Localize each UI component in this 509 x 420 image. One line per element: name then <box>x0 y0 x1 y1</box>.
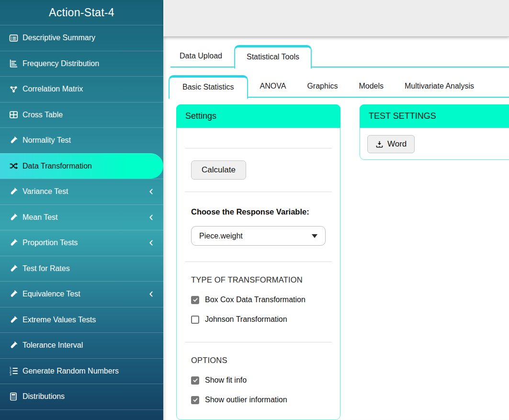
chevron-left-icon <box>148 214 155 221</box>
vial-icon <box>9 289 18 299</box>
sidebar-item-label: Test for Rates <box>23 264 155 273</box>
sidebar-item-extreme-values-tests[interactable]: Extreme Values Tests <box>0 307 163 333</box>
show-fit-info-checkbox-row[interactable]: Show fit info <box>191 376 332 385</box>
chevron-left-icon <box>148 291 155 297</box>
vial-icon <box>9 238 18 248</box>
test-settings-panel-body: Word <box>360 128 509 159</box>
network-icon <box>9 84 18 94</box>
sidebar-item-cross-table[interactable]: Cross Table <box>0 102 163 128</box>
checkbox-checked-icon[interactable] <box>191 296 199 304</box>
main-area: Data Upload Statistical Tools Basic Stat… <box>163 0 509 420</box>
sidebar-item-label: Descriptive Summary <box>23 34 155 42</box>
sidebar-item-label: Distributions <box>23 392 155 401</box>
vial-icon <box>9 187 18 196</box>
table-icon <box>9 110 18 120</box>
sidebar-item-label: Cross Table <box>23 111 155 119</box>
vial-icon <box>9 264 18 273</box>
tab-anova[interactable]: ANOVA <box>251 76 295 97</box>
divider <box>185 261 332 262</box>
response-variable-label: Choose the Response Variable: <box>191 207 332 216</box>
tab-basic-statistics[interactable]: Basic Statistics <box>169 75 248 99</box>
checkbox-checked-icon[interactable] <box>191 396 199 404</box>
panels-row: Settings Calculate Choose the Response V… <box>176 104 509 420</box>
settings-panel: Settings Calculate Choose the Response V… <box>176 104 340 420</box>
options-section-heading: OPTIONS <box>191 356 332 365</box>
sidebar-item-mean-test[interactable]: Mean Test <box>0 204 163 230</box>
sidebar-item-label: Proportion Tests <box>23 238 144 247</box>
sidebar-item-label: Normality Test <box>23 136 155 145</box>
tab-models[interactable]: Models <box>350 76 393 97</box>
checkbox-label: Johnson Transformation <box>205 315 287 324</box>
top-header-bar <box>163 0 509 37</box>
sidebar-item-label: Equivalence Test <box>23 290 144 298</box>
sidebar-item-distributions[interactable]: Distributions <box>0 384 163 409</box>
sidebar-item-variance-test[interactable]: Variance Test <box>0 179 163 204</box>
settings-panel-body: Calculate Choose the Response Variable: … <box>177 128 340 420</box>
checkbox-label: Box Cox Data Transformation <box>205 295 305 304</box>
sidebar-item-label: Data Transformation <box>23 162 155 170</box>
word-export-button[interactable]: Word <box>367 135 415 153</box>
test-settings-panel: TEST SETTINGS Word <box>360 104 509 160</box>
test-settings-panel-title: TEST SETTINGS <box>360 104 509 128</box>
sidebar-item-tolerance-interval[interactable]: Tolerance Interval <box>0 332 163 358</box>
content-area: Data Upload Statistical Tools Basic Stat… <box>163 37 509 420</box>
response-variable-select[interactable]: Piece.weight <box>191 226 326 246</box>
boxcox-checkbox-row[interactable]: Box Cox Data Transformation <box>191 295 332 304</box>
tab-graphics[interactable]: Graphics <box>298 76 347 97</box>
divider <box>185 148 332 148</box>
svg-text:3: 3 <box>9 373 11 375</box>
calculate-button[interactable]: Calculate <box>191 160 246 180</box>
sidebar-divider <box>0 409 163 420</box>
vial-icon <box>9 341 18 350</box>
sidebar-item-equivalence-test[interactable]: Equivalence Test <box>0 281 163 307</box>
chevron-left-icon <box>148 239 155 246</box>
list-ol-icon: 123 <box>9 366 18 376</box>
checkbox-checked-icon[interactable] <box>191 376 199 385</box>
transformation-section-heading: TYPE OF TRANSFORMATION <box>191 275 332 284</box>
sidebar-item-normality-test[interactable]: Normality Test <box>0 127 163 153</box>
list-alt-icon <box>9 33 18 43</box>
sidebar-item-correlation-matrix[interactable]: Correlation Matrix <box>0 76 163 102</box>
johnson-checkbox-row[interactable]: Johnson Transformation <box>191 315 332 329</box>
caret-down-icon <box>312 234 317 238</box>
calculator-icon <box>9 392 18 401</box>
sidebar-item-label: Generate Random Numbers <box>23 367 155 375</box>
sidebar-item-label: Mean Test <box>23 213 144 222</box>
settings-panel-title: Settings <box>176 104 340 128</box>
tab-statistical-tools[interactable]: Statistical Tools <box>234 45 312 68</box>
chevron-left-icon <box>148 188 155 195</box>
shuffle-icon <box>9 161 18 171</box>
sidebar-item-generate-random-numbers[interactable]: 123 Generate Random Numbers <box>0 358 163 384</box>
vial-icon <box>9 136 18 145</box>
word-button-label: Word <box>387 139 407 149</box>
show-outlier-info-checkbox-row[interactable]: Show outlier information <box>191 396 332 404</box>
sidebar-item-label: Correlation Matrix <box>23 85 155 93</box>
sidebar-item-label: Tolerance Interval <box>23 341 155 350</box>
vial-icon <box>9 315 18 325</box>
sub-tabbar: Basic Statistics ANOVA Graphics Models M… <box>169 75 509 98</box>
checkbox-unchecked-icon[interactable] <box>191 316 199 324</box>
divider <box>185 342 332 342</box>
checkbox-label: Show outlier information <box>205 396 287 404</box>
tab-multivariate-analysis[interactable]: Multivariate Analysis <box>396 76 483 97</box>
bar-chart-icon <box>9 59 18 68</box>
sidebar-item-label: Extreme Values Tests <box>23 316 155 324</box>
sidebar-item-proportion-tests[interactable]: Proportion Tests <box>0 230 163 256</box>
checkbox-label: Show fit info <box>205 376 247 385</box>
sidebar-item-label: Variance Test <box>23 187 144 196</box>
download-icon <box>375 140 384 148</box>
sidebar: Action-Stat-4 Descriptive Summary Freque… <box>0 0 163 420</box>
tab-data-upload[interactable]: Data Upload <box>170 45 231 67</box>
sidebar-item-data-transformation[interactable]: Data Transformation <box>0 153 163 179</box>
sidebar-item-descriptive-summary[interactable]: Descriptive Summary <box>0 25 163 51</box>
sidebar-item-test-for-rates[interactable]: Test for Rates <box>0 256 163 282</box>
app-title: Action-Stat-4 <box>0 0 163 25</box>
sidebar-item-frequency-distribution[interactable]: Frequency Distribution <box>0 51 163 77</box>
main-tabbar: Data Upload Statistical Tools <box>170 45 509 68</box>
divider <box>185 192 332 192</box>
vial-icon <box>9 213 18 222</box>
response-variable-value: Piece.weight <box>199 232 312 240</box>
sidebar-item-label: Frequency Distribution <box>23 59 155 68</box>
